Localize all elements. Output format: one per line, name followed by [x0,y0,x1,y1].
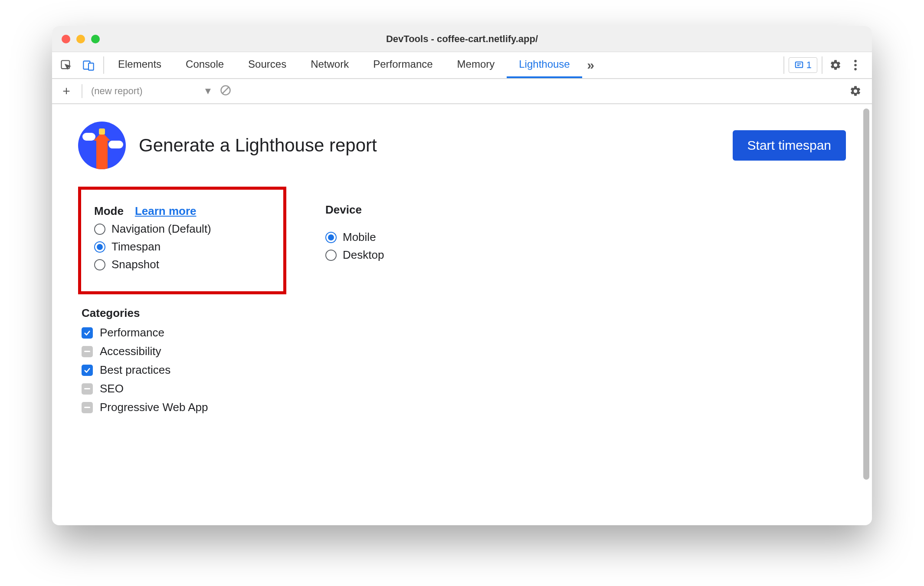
tab-performance[interactable]: Performance [361,52,445,78]
category-item-label: Best practices [100,363,170,377]
lighthouse-logo-icon [78,122,126,169]
devtools-window: DevTools - coffee-cart.netlify.app/ [52,26,872,525]
tab-elements[interactable]: Elements [106,52,174,78]
issues-badge[interactable]: 1 [789,57,817,73]
page-title: Generate a Lighthouse report [139,135,377,156]
device-label: Device [325,203,362,217]
learn-more-link[interactable]: Learn more [135,204,197,218]
mode-option[interactable]: Timespan [94,240,270,253]
window-title: DevTools - coffee-cart.netlify.app/ [52,33,872,45]
tab-console[interactable]: Console [174,52,236,78]
category-item[interactable]: SEO [82,382,846,395]
categories-section: Categories PerformanceAccessibilityBest … [82,306,846,414]
panel-settings-gear-icon[interactable] [847,82,864,100]
lighthouse-subbar: + (new report) ▼ [52,79,872,104]
settings-gear-icon[interactable] [827,56,844,74]
scrollbar[interactable] [863,109,869,521]
category-item-label: Performance [100,326,164,339]
tab-network[interactable]: Network [298,52,361,78]
checkbox-icon [82,383,93,395]
radio-icon [325,250,337,261]
category-item[interactable]: Progressive Web App [82,401,846,414]
categories-label: Categories [82,306,846,320]
checkbox-icon [82,327,93,339]
mode-label: Mode [94,204,124,218]
checkbox-icon [82,346,93,357]
mode-section: Mode Learn more Navigation (Default)Time… [78,187,286,294]
radio-icon [94,259,105,270]
report-dropdown[interactable]: (new report) ▼ [91,86,213,97]
category-item-label: Accessibility [100,345,161,358]
device-option[interactable]: Desktop [325,248,384,262]
mode-option-label: Timespan [111,240,161,253]
devtools-tabbar: ElementsConsoleSourcesNetworkPerformance… [52,52,872,79]
device-option-label: Mobile [343,230,376,244]
svg-rect-2 [88,63,94,70]
radio-icon [94,241,105,253]
lighthouse-panel: Generate a Lighthouse report Start times… [52,104,872,525]
inspect-element-icon[interactable] [57,56,75,74]
titlebar: DevTools - coffee-cart.netlify.app/ [52,26,872,52]
radio-icon [94,224,105,235]
new-report-button[interactable]: + [60,84,73,99]
issues-count: 1 [806,59,812,71]
device-toggle-icon[interactable] [80,56,97,74]
tab-lighthouse[interactable]: Lighthouse [507,52,582,78]
more-tabs-button[interactable]: » [582,52,600,78]
report-dropdown-label: (new report) [91,86,143,97]
svg-point-6 [854,68,857,71]
mode-option[interactable]: Navigation (Default) [94,222,270,236]
tab-sources[interactable]: Sources [236,52,298,78]
checkbox-icon [82,365,93,376]
radio-icon [325,232,337,243]
category-item-label: SEO [100,382,124,395]
kebab-menu-icon[interactable] [847,56,864,74]
start-timespan-button[interactable]: Start timespan [733,130,846,161]
tab-memory[interactable]: Memory [445,52,507,78]
category-item-label: Progressive Web App [100,401,208,414]
mode-option[interactable]: Snapshot [94,258,270,271]
svg-rect-3 [796,62,803,68]
clear-icon[interactable] [220,84,232,98]
mode-option-label: Snapshot [111,258,159,271]
svg-point-5 [854,64,857,66]
category-item[interactable]: Accessibility [82,345,846,358]
category-item[interactable]: Best practices [82,363,846,377]
device-section: Device MobileDesktop [325,195,384,294]
device-option-label: Desktop [343,248,384,262]
category-item[interactable]: Performance [82,326,846,339]
svg-point-4 [854,60,857,63]
device-option[interactable]: Mobile [325,230,384,244]
checkbox-icon [82,402,93,413]
chevron-down-icon: ▼ [203,86,213,97]
mode-option-label: Navigation (Default) [111,222,211,236]
